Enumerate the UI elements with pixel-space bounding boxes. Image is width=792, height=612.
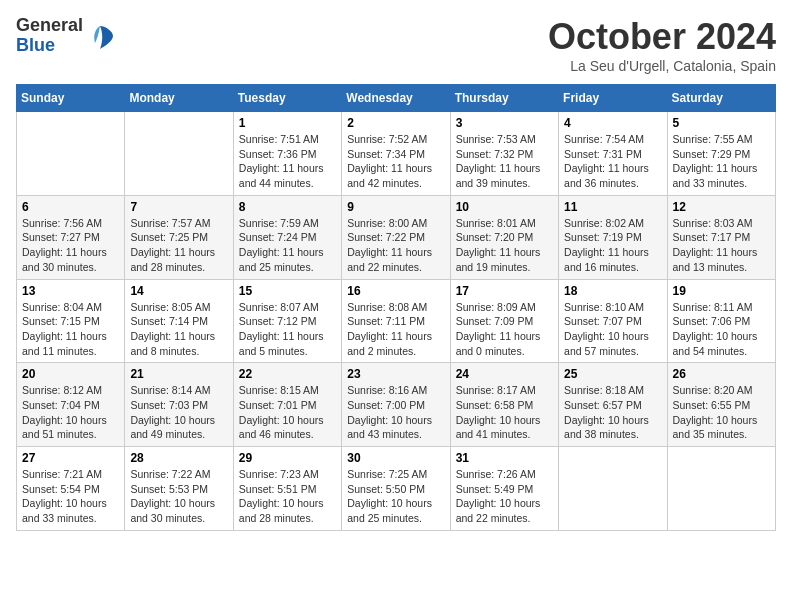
day-info: Sunrise: 7:57 AMSunset: 7:25 PMDaylight:… bbox=[130, 216, 227, 275]
logo: General Blue bbox=[16, 16, 115, 56]
day-info: Sunrise: 8:12 AMSunset: 7:04 PMDaylight:… bbox=[22, 383, 119, 442]
logo-general: General bbox=[16, 16, 83, 36]
title-area: October 2024 La Seu d'Urgell, Catalonia,… bbox=[548, 16, 776, 74]
day-info: Sunrise: 7:59 AMSunset: 7:24 PMDaylight:… bbox=[239, 216, 336, 275]
week-row-3: 13Sunrise: 8:04 AMSunset: 7:15 PMDayligh… bbox=[17, 279, 776, 363]
logo-blue: Blue bbox=[16, 36, 83, 56]
day-cell: 29Sunrise: 7:23 AMSunset: 5:51 PMDayligh… bbox=[233, 447, 341, 531]
day-number: 8 bbox=[239, 200, 336, 214]
day-info: Sunrise: 8:15 AMSunset: 7:01 PMDaylight:… bbox=[239, 383, 336, 442]
day-number: 3 bbox=[456, 116, 553, 130]
day-number: 15 bbox=[239, 284, 336, 298]
day-cell: 26Sunrise: 8:20 AMSunset: 6:55 PMDayligh… bbox=[667, 363, 775, 447]
weekday-header-row: SundayMondayTuesdayWednesdayThursdayFrid… bbox=[17, 85, 776, 112]
day-cell: 30Sunrise: 7:25 AMSunset: 5:50 PMDayligh… bbox=[342, 447, 450, 531]
day-cell bbox=[559, 447, 667, 531]
day-number: 13 bbox=[22, 284, 119, 298]
day-info: Sunrise: 8:02 AMSunset: 7:19 PMDaylight:… bbox=[564, 216, 661, 275]
day-cell: 11Sunrise: 8:02 AMSunset: 7:19 PMDayligh… bbox=[559, 195, 667, 279]
weekday-header-sunday: Sunday bbox=[17, 85, 125, 112]
day-cell: 10Sunrise: 8:01 AMSunset: 7:20 PMDayligh… bbox=[450, 195, 558, 279]
day-info: Sunrise: 7:21 AMSunset: 5:54 PMDaylight:… bbox=[22, 467, 119, 526]
day-number: 22 bbox=[239, 367, 336, 381]
day-cell: 6Sunrise: 7:56 AMSunset: 7:27 PMDaylight… bbox=[17, 195, 125, 279]
day-info: Sunrise: 8:08 AMSunset: 7:11 PMDaylight:… bbox=[347, 300, 444, 359]
day-cell: 3Sunrise: 7:53 AMSunset: 7:32 PMDaylight… bbox=[450, 112, 558, 196]
day-info: Sunrise: 8:00 AMSunset: 7:22 PMDaylight:… bbox=[347, 216, 444, 275]
day-info: Sunrise: 8:16 AMSunset: 7:00 PMDaylight:… bbox=[347, 383, 444, 442]
day-number: 1 bbox=[239, 116, 336, 130]
day-number: 26 bbox=[673, 367, 770, 381]
day-info: Sunrise: 8:07 AMSunset: 7:12 PMDaylight:… bbox=[239, 300, 336, 359]
day-info: Sunrise: 8:18 AMSunset: 6:57 PMDaylight:… bbox=[564, 383, 661, 442]
day-cell bbox=[667, 447, 775, 531]
day-cell: 18Sunrise: 8:10 AMSunset: 7:07 PMDayligh… bbox=[559, 279, 667, 363]
day-number: 25 bbox=[564, 367, 661, 381]
day-cell: 23Sunrise: 8:16 AMSunset: 7:00 PMDayligh… bbox=[342, 363, 450, 447]
weekday-header-thursday: Thursday bbox=[450, 85, 558, 112]
day-cell: 8Sunrise: 7:59 AMSunset: 7:24 PMDaylight… bbox=[233, 195, 341, 279]
day-cell: 14Sunrise: 8:05 AMSunset: 7:14 PMDayligh… bbox=[125, 279, 233, 363]
day-number: 7 bbox=[130, 200, 227, 214]
day-cell: 20Sunrise: 8:12 AMSunset: 7:04 PMDayligh… bbox=[17, 363, 125, 447]
day-cell: 4Sunrise: 7:54 AMSunset: 7:31 PMDaylight… bbox=[559, 112, 667, 196]
weekday-header-friday: Friday bbox=[559, 85, 667, 112]
day-number: 5 bbox=[673, 116, 770, 130]
weekday-header-tuesday: Tuesday bbox=[233, 85, 341, 112]
day-cell: 28Sunrise: 7:22 AMSunset: 5:53 PMDayligh… bbox=[125, 447, 233, 531]
week-row-5: 27Sunrise: 7:21 AMSunset: 5:54 PMDayligh… bbox=[17, 447, 776, 531]
day-cell: 12Sunrise: 8:03 AMSunset: 7:17 PMDayligh… bbox=[667, 195, 775, 279]
day-cell bbox=[125, 112, 233, 196]
weekday-header-monday: Monday bbox=[125, 85, 233, 112]
day-number: 4 bbox=[564, 116, 661, 130]
day-number: 12 bbox=[673, 200, 770, 214]
day-cell: 21Sunrise: 8:14 AMSunset: 7:03 PMDayligh… bbox=[125, 363, 233, 447]
day-cell: 13Sunrise: 8:04 AMSunset: 7:15 PMDayligh… bbox=[17, 279, 125, 363]
page-header: General Blue October 2024 La Seu d'Urgel… bbox=[16, 16, 776, 74]
day-number: 31 bbox=[456, 451, 553, 465]
day-info: Sunrise: 8:04 AMSunset: 7:15 PMDaylight:… bbox=[22, 300, 119, 359]
day-info: Sunrise: 7:56 AMSunset: 7:27 PMDaylight:… bbox=[22, 216, 119, 275]
day-info: Sunrise: 8:09 AMSunset: 7:09 PMDaylight:… bbox=[456, 300, 553, 359]
calendar-table: SundayMondayTuesdayWednesdayThursdayFrid… bbox=[16, 84, 776, 531]
day-info: Sunrise: 7:52 AMSunset: 7:34 PMDaylight:… bbox=[347, 132, 444, 191]
day-info: Sunrise: 8:17 AMSunset: 6:58 PMDaylight:… bbox=[456, 383, 553, 442]
day-info: Sunrise: 8:05 AMSunset: 7:14 PMDaylight:… bbox=[130, 300, 227, 359]
day-cell: 22Sunrise: 8:15 AMSunset: 7:01 PMDayligh… bbox=[233, 363, 341, 447]
day-cell: 1Sunrise: 7:51 AMSunset: 7:36 PMDaylight… bbox=[233, 112, 341, 196]
day-number: 30 bbox=[347, 451, 444, 465]
day-info: Sunrise: 8:03 AMSunset: 7:17 PMDaylight:… bbox=[673, 216, 770, 275]
day-number: 24 bbox=[456, 367, 553, 381]
day-cell: 9Sunrise: 8:00 AMSunset: 7:22 PMDaylight… bbox=[342, 195, 450, 279]
day-number: 16 bbox=[347, 284, 444, 298]
day-cell: 2Sunrise: 7:52 AMSunset: 7:34 PMDaylight… bbox=[342, 112, 450, 196]
day-cell: 17Sunrise: 8:09 AMSunset: 7:09 PMDayligh… bbox=[450, 279, 558, 363]
day-number: 2 bbox=[347, 116, 444, 130]
day-number: 27 bbox=[22, 451, 119, 465]
day-info: Sunrise: 8:11 AMSunset: 7:06 PMDaylight:… bbox=[673, 300, 770, 359]
day-number: 10 bbox=[456, 200, 553, 214]
day-number: 14 bbox=[130, 284, 227, 298]
day-cell: 25Sunrise: 8:18 AMSunset: 6:57 PMDayligh… bbox=[559, 363, 667, 447]
location-subtitle: La Seu d'Urgell, Catalonia, Spain bbox=[548, 58, 776, 74]
day-info: Sunrise: 7:54 AMSunset: 7:31 PMDaylight:… bbox=[564, 132, 661, 191]
weekday-header-wednesday: Wednesday bbox=[342, 85, 450, 112]
week-row-2: 6Sunrise: 7:56 AMSunset: 7:27 PMDaylight… bbox=[17, 195, 776, 279]
day-cell: 24Sunrise: 8:17 AMSunset: 6:58 PMDayligh… bbox=[450, 363, 558, 447]
logo-icon bbox=[85, 21, 115, 51]
day-number: 9 bbox=[347, 200, 444, 214]
day-info: Sunrise: 8:20 AMSunset: 6:55 PMDaylight:… bbox=[673, 383, 770, 442]
day-info: Sunrise: 8:10 AMSunset: 7:07 PMDaylight:… bbox=[564, 300, 661, 359]
day-cell: 5Sunrise: 7:55 AMSunset: 7:29 PMDaylight… bbox=[667, 112, 775, 196]
day-info: Sunrise: 7:51 AMSunset: 7:36 PMDaylight:… bbox=[239, 132, 336, 191]
day-cell bbox=[17, 112, 125, 196]
day-number: 20 bbox=[22, 367, 119, 381]
week-row-4: 20Sunrise: 8:12 AMSunset: 7:04 PMDayligh… bbox=[17, 363, 776, 447]
day-cell: 19Sunrise: 8:11 AMSunset: 7:06 PMDayligh… bbox=[667, 279, 775, 363]
day-number: 17 bbox=[456, 284, 553, 298]
weekday-header-saturday: Saturday bbox=[667, 85, 775, 112]
day-cell: 27Sunrise: 7:21 AMSunset: 5:54 PMDayligh… bbox=[17, 447, 125, 531]
day-cell: 16Sunrise: 8:08 AMSunset: 7:11 PMDayligh… bbox=[342, 279, 450, 363]
day-info: Sunrise: 7:53 AMSunset: 7:32 PMDaylight:… bbox=[456, 132, 553, 191]
day-number: 28 bbox=[130, 451, 227, 465]
